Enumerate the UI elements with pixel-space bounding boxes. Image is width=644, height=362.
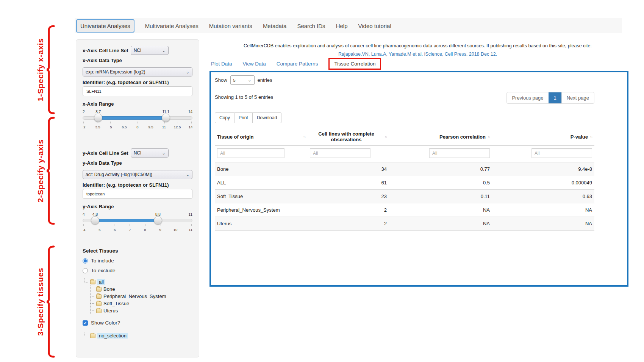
col-pearson-correlation[interactable]: Pearson correlation ↑↓: [389, 128, 492, 146]
y-axis-cell-line-set-select[interactable]: NCI ⌄: [131, 148, 169, 158]
tab-tissue-correlation[interactable]: Tissue Correlation: [328, 58, 381, 70]
page-length-select[interactable]: 5 ⌄: [230, 75, 255, 85]
x-range-max: 14: [188, 110, 192, 114]
nav-tab-multivariate-analyses[interactable]: Multivariate Analyses: [145, 23, 199, 29]
correlation-table: Tissue of origin ↑↓ Cell lines with comp…: [215, 128, 594, 231]
nav-tab-video-tutorial[interactable]: Video tutorial: [358, 23, 391, 29]
table-row[interactable]: Uterus 2 NA NA: [215, 217, 594, 231]
x-axis-data-type-select[interactable]: exp: mRNA Expression (log2) ⌄: [83, 67, 192, 76]
y-range-handle-high[interactable]: [154, 216, 162, 225]
sort-icon[interactable]: ↑↓: [488, 135, 490, 139]
x-axis-cell-line-set-select[interactable]: NCI ⌄: [131, 46, 169, 55]
entries-label: entries: [258, 77, 272, 83]
folder-icon: [96, 309, 102, 313]
annotation-bracket-3: [46, 245, 55, 358]
nav-tab-univariate-analyses[interactable]: Univariate Analyses: [76, 19, 134, 33]
nav-tab-metadata[interactable]: Metadata: [263, 23, 287, 29]
tissue-correlation-panel: Show 5 ⌄ entries Showing 1 to 5 of 5 ent…: [209, 71, 628, 287]
filter-p-value-input[interactable]: [531, 148, 592, 158]
intro-text: CellMinerCDB enables exploration and ana…: [206, 42, 629, 59]
nav-tab-help[interactable]: Help: [336, 23, 348, 29]
tab-compare-patterns[interactable]: Compare Patterns: [277, 61, 318, 67]
x-axis-range-label: x-Axis Range: [83, 101, 192, 107]
table-header-row: Tissue of origin ↑↓ Cell lines with comp…: [215, 128, 594, 146]
tab-view-data[interactable]: View Data: [243, 61, 266, 67]
settings-sidebar: x-Axis Cell Line Set NCI ⌄ x-Axis Data T…: [76, 39, 199, 357]
col-p-value[interactable]: P-value ↑↓: [492, 128, 594, 146]
tree-children: Bone Peripheral_Nervous_System Soft_Tiss…: [90, 286, 192, 314]
intro-line: CellMinerCDB enables exploration and ana…: [206, 42, 629, 50]
table-row[interactable]: Peripheral_Nervous_System 2 NA NA: [215, 203, 594, 217]
y-axis-data-type-select[interactable]: act: Drug Activity (-log10[IC50M]) ⌄: [83, 170, 192, 179]
tree-node-soft-tissue-label: Soft_Tissue: [103, 301, 129, 306]
annotation-label-1: 1-Specify x-axis: [36, 38, 45, 101]
nav-tab-mutation-variants[interactable]: Mutation variants: [209, 23, 252, 29]
table-info-text: Showing 1 to 5 of 5 entries: [215, 94, 273, 100]
sort-icon[interactable]: ↑↓: [303, 135, 305, 139]
table-row[interactable]: ALL 61 0.5 0.000049: [215, 176, 594, 190]
x-range-handle-high[interactable]: [162, 114, 170, 122]
no-selection-label: no_selection: [97, 333, 128, 339]
table-row[interactable]: Soft_Tissue 23 0.11 0.63: [215, 190, 594, 203]
y-axis-data-type-label: y-Axis Data Type: [83, 160, 192, 166]
x-axis-cell-line-set-label: x-Axis Cell Line Set: [83, 48, 128, 53]
folder-icon: [96, 294, 102, 299]
citation-link[interactable]: Rajapakse.VN, Luna.A, Yamade.M et al. iS…: [206, 50, 629, 59]
page-1-button[interactable]: 1: [549, 92, 561, 103]
annotation-label-2: 2-Specify y-axis: [36, 139, 45, 203]
previous-page-button[interactable]: Previous page: [507, 92, 548, 103]
copy-button[interactable]: Copy: [215, 112, 234, 123]
show-entries-control: Show 5 ⌄ entries: [215, 75, 272, 85]
y-axis-range-label: y-Axis Range: [83, 204, 192, 209]
radio-to-exclude[interactable]: To exclude: [83, 268, 192, 273]
col-cell-lines[interactable]: Cell lines with complete observations ↑↓: [308, 128, 389, 146]
show-label: Show: [215, 77, 227, 83]
sort-icon[interactable]: ↑↓: [590, 135, 592, 139]
download-button[interactable]: Download: [253, 112, 281, 123]
x-range-min: 2: [83, 110, 85, 114]
tab-plot-data[interactable]: Plot Data: [211, 61, 232, 67]
tree-node-all[interactable]: all: [84, 278, 192, 286]
x-axis-range-slider[interactable]: 2 3.7 11.1 14 23.556.589.51112.514: [83, 110, 192, 133]
filter-cell-lines-input[interactable]: [310, 148, 370, 158]
y-range-handle-low[interactable]: [91, 216, 99, 225]
tree-node-bone[interactable]: Bone: [91, 286, 192, 293]
filter-tissue-input[interactable]: [217, 148, 284, 158]
y-axis-range-slider[interactable]: 4 4.8 8.8 11 4567891011: [83, 212, 192, 235]
print-button[interactable]: Print: [234, 112, 253, 123]
tree-node-no-selection[interactable]: no_selection: [84, 332, 192, 339]
x-axis-identifier-input[interactable]: [83, 86, 192, 96]
x-range-handle-low[interactable]: [94, 114, 102, 122]
page-length-value: 5: [233, 78, 236, 83]
annotation-bracket-1: [46, 25, 55, 115]
x-axis-cell-line-set-value: NCI: [134, 48, 142, 53]
sort-icon[interactable]: ↑↓: [385, 135, 387, 139]
col-tissue-of-origin[interactable]: Tissue of origin ↑↓: [215, 128, 308, 146]
tissue-tree: all Bone Peripheral_Nervous_System Soft_…: [84, 278, 192, 314]
filter-pearson-input[interactable]: [429, 148, 490, 158]
show-color-checkbox-row[interactable]: ✓ Show Color?: [83, 320, 192, 326]
annotation-section-2: 2-Specify y-axis: [36, 117, 55, 225]
to-exclude-label: To exclude: [91, 268, 116, 273]
chevron-down-icon: ⌄: [186, 70, 189, 75]
y-range-max: 11: [189, 212, 192, 217]
tree-node-peripheral-nervous-system[interactable]: Peripheral_Nervous_System: [91, 293, 192, 300]
tree-node-uterus-label: Uterus: [103, 308, 118, 314]
y-axis-cell-line-set-value: NCI: [134, 150, 142, 156]
pagination: Previous page 1 Next page: [506, 92, 594, 104]
radio-selected-icon: [83, 258, 88, 264]
tree-node-uterus[interactable]: Uterus: [91, 307, 192, 314]
nav-tab-search-ids[interactable]: Search IDs: [297, 23, 325, 29]
slider-fill: [98, 116, 166, 120]
table-row[interactable]: Bone 34 0.77 9.4e-8: [215, 162, 594, 176]
tree-connector: [91, 303, 94, 304]
radio-to-include[interactable]: To include: [83, 258, 192, 264]
next-page-button[interactable]: Next page: [561, 92, 594, 103]
annotation-label-3: 3-Specify tissues: [36, 268, 45, 336]
y-axis-identifier-input[interactable]: [83, 189, 192, 199]
to-include-label: To include: [91, 258, 114, 264]
chevron-down-icon: ⌄: [162, 48, 165, 53]
chevron-down-icon: ⌄: [162, 151, 165, 156]
tree-connector: [84, 278, 88, 282]
tree-node-soft-tissue[interactable]: Soft_Tissue: [91, 300, 192, 307]
